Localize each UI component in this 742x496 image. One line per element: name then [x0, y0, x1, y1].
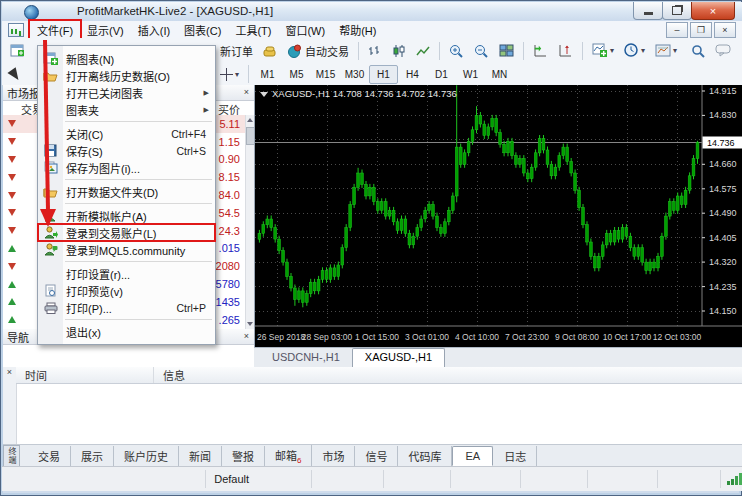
menu-item[interactable]: 开新模拟帐户(A) — [38, 207, 215, 224]
message-column-header[interactable]: 信息 — [154, 367, 185, 383]
chart-window[interactable]: 26 Sep 201828 Sep 03:001 Oct 15:003 Oct … — [254, 85, 742, 347]
ask-price: 84.0 — [219, 189, 246, 201]
menu-item[interactable]: 打开离线历史数据(O) — [38, 67, 215, 84]
minimize-button[interactable] — [633, 2, 663, 20]
timeframe-m15[interactable]: M15 — [311, 65, 340, 84]
chart-window-icon[interactable] — [8, 23, 24, 37]
terminal-tab-账户历史[interactable]: 账户历史 — [114, 446, 179, 466]
child-minimize-button[interactable]: – — [666, 22, 688, 38]
child-restore-button[interactable]: ❐ — [690, 22, 712, 38]
timeframe-mn[interactable]: MN — [485, 65, 514, 84]
svg-text:14.915: 14.915 — [709, 86, 737, 96]
restore-button[interactable] — [662, 2, 692, 20]
new-order-button[interactable]: 新订单 — [215, 40, 258, 62]
menu-item[interactable]: 显示(V) — [80, 21, 131, 39]
templates-button[interactable]: ▾ — [650, 40, 682, 62]
chart-tab-usdcnh[interactable]: USDCNH-,H1 — [260, 349, 352, 368]
menu-item[interactable]: 打印(P)...Ctrl+P — [38, 299, 215, 316]
navigator-close-icon[interactable]: × — [244, 332, 249, 341]
timeframe-m5[interactable]: M5 — [282, 65, 311, 84]
status-cell-empty — [2, 470, 206, 488]
menu-item[interactable]: 打开数据文件夹(D) — [38, 183, 215, 200]
search-icon[interactable] — [691, 44, 705, 58]
menu-item[interactable]: 保存(S)Ctrl+S — [38, 142, 215, 159]
indicators-button[interactable]: ▾ — [587, 40, 619, 62]
timeframe-m1[interactable]: M1 — [253, 65, 282, 84]
terminal-tab-代码库[interactable]: 代码库 — [398, 446, 452, 466]
save-picture-icon — [38, 161, 63, 174]
menu-item[interactable]: 打印预览(v) — [38, 282, 215, 299]
menu-item[interactable]: 帮助(H) — [332, 21, 383, 39]
chat-icon[interactable] — [715, 44, 732, 57]
child-close-button[interactable]: × — [714, 22, 736, 38]
terminal-tab-新闻[interactable]: 新闻 — [179, 446, 222, 466]
auto-scroll-button[interactable] — [553, 40, 578, 62]
menu-item[interactable]: 关闭(C)Ctrl+F4 — [38, 125, 215, 142]
crosshair-dropdown-caret[interactable]: ▾ — [235, 70, 239, 79]
periods-button[interactable]: ▾ — [619, 40, 650, 62]
candlestick-mode-button[interactable] — [387, 40, 411, 62]
zoom-out-button[interactable] — [469, 40, 494, 62]
close-button[interactable]: × — [691, 2, 735, 20]
time-column-header[interactable]: 时间 — [16, 367, 154, 383]
menu-item[interactable]: 图表(C) — [177, 21, 228, 39]
terminal-tab-警报[interactable]: 警报 — [222, 446, 265, 466]
menu-item[interactable]: 退出(x) — [38, 323, 215, 340]
timeframe-w1[interactable]: W1 — [456, 65, 485, 84]
deposit-button[interactable] — [258, 40, 282, 62]
minimize-icon — [644, 12, 653, 15]
market-watch-close-icon[interactable]: × — [244, 88, 249, 97]
status-profile[interactable]: Default — [206, 470, 312, 488]
menu-item-label: 打开已关闭图表 — [63, 85, 143, 101]
timeframe-h4[interactable]: H4 — [398, 65, 427, 84]
scroll-down-icon[interactable] — [247, 322, 253, 326]
menu-item[interactable]: 打开已关闭图表▶ — [38, 84, 215, 101]
terminal-tab-ea[interactable]: EA — [452, 446, 493, 466]
new-chart-toolbar-button[interactable] — [5, 40, 30, 62]
printer-icon — [38, 302, 63, 314]
bar-chart-mode-button[interactable] — [363, 40, 387, 62]
tile-windows-button[interactable] — [494, 40, 519, 62]
cursor-tool-button[interactable] — [5, 64, 25, 86]
timeframe-m30[interactable]: M30 — [340, 65, 369, 84]
menu-item[interactable]: 打印设置(r)... — [38, 265, 215, 282]
market-watch-scrollbar[interactable] — [245, 115, 254, 329]
app-logo-icon — [24, 5, 39, 20]
menu-item[interactable]: 窗口(W) — [278, 21, 332, 39]
crosshair-tool-button[interactable]: ▾ — [215, 63, 244, 85]
scroll-up-icon[interactable] — [247, 118, 253, 122]
menu-item[interactable]: 工具(T) — [228, 21, 278, 39]
menu-item[interactable]: 新图表(N) — [38, 50, 215, 67]
terminal-tab-日志[interactable]: 日志 — [494, 446, 537, 466]
svg-text:XAGUSD-,H1 14.708 14.736 14.70: XAGUSD-,H1 14.708 14.736 14.702 14.736 — [272, 88, 457, 99]
terminal-tab-信号[interactable]: 信号 — [355, 446, 398, 466]
terminal-tab-交易[interactable]: 交易 — [28, 446, 71, 466]
line-chart-mode-button[interactable] — [411, 40, 435, 62]
menu-item[interactable]: 插入(I) — [131, 21, 177, 39]
menu-file-annotated[interactable]: 文件(F) — [30, 21, 80, 39]
status-cell — [384, 470, 451, 488]
chart-tab-xagusd[interactable]: XAGUSD-,H1 — [352, 348, 445, 368]
menu-item[interactable]: 图表夹▶ — [38, 101, 215, 118]
indicators-dropdown-caret[interactable]: ▾ — [610, 46, 614, 55]
terminal-tab-展示[interactable]: 展示 — [71, 446, 114, 466]
auto-trading-button[interactable]: 自动交易 — [282, 40, 354, 62]
menu-item-login-annotated[interactable]: 登录到交易账户(L) — [38, 224, 215, 241]
file-menu-dropdown: 新图表(N)打开离线历史数据(O)打开已关闭图表▶图表夹▶关闭(C)Ctrl+F… — [37, 45, 216, 345]
terminal-close-icon[interactable]: × — [7, 367, 12, 377]
periods-dropdown-caret[interactable]: ▾ — [641, 46, 645, 55]
timeframe-h1[interactable]: H1 — [369, 65, 398, 84]
terminal-tabs: 交易展示账户历史新闻警报邮箱6市场信号代码库EA日志 — [28, 445, 537, 467]
title-bar[interactable]: ProfitMarketHK-Live2 - [XAGUSD-,H1] × — [2, 2, 742, 21]
terminal-tab-邮箱[interactable]: 邮箱6 — [265, 445, 312, 467]
terminal-tab-市场[interactable]: 市场 — [312, 446, 355, 466]
timeframe-d1[interactable]: D1 — [427, 65, 456, 84]
menu-item-label: 打印(P)... — [63, 300, 112, 316]
templates-dropdown-caret[interactable]: ▾ — [673, 46, 677, 55]
terminal-side-tab[interactable]: 终端 — [3, 445, 20, 467]
chart-shift-button[interactable] — [528, 40, 553, 62]
menu-item[interactable]: 登录到MQL5.community — [38, 241, 215, 258]
submenu-arrow-icon: ▶ — [204, 106, 215, 114]
menu-item[interactable]: 保存为图片(i)... — [38, 159, 215, 176]
zoom-in-button[interactable] — [444, 40, 469, 62]
